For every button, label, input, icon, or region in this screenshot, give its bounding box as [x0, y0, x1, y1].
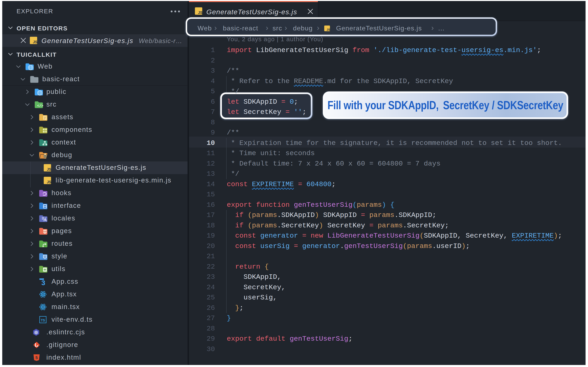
svg-text:JS: JS — [198, 11, 202, 15]
svg-text:JS: JS — [327, 28, 330, 31]
